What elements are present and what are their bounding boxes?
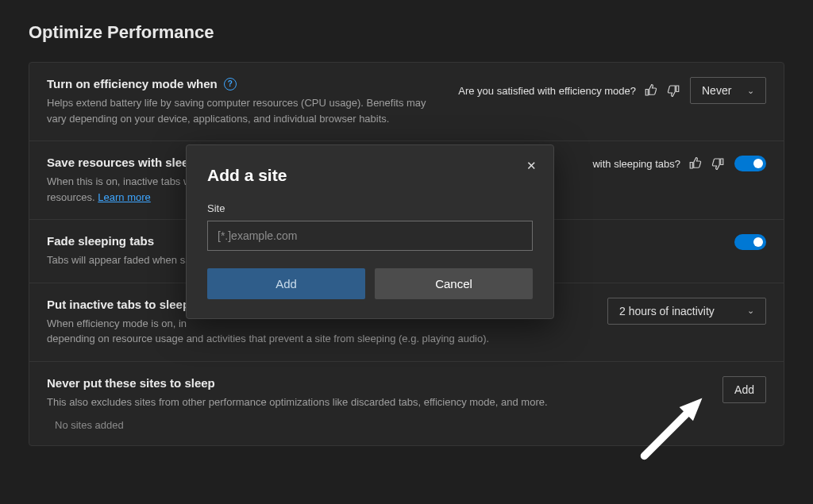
- add-site-button[interactable]: Add: [722, 376, 766, 403]
- sleeping-feedback-tail: with sleeping tabs?: [592, 158, 680, 170]
- row-efficiency-mode: Turn on efficiency mode when ? Helps ext…: [29, 63, 784, 141]
- fade-title: Fade sleeping tabs: [47, 234, 154, 248]
- add-site-dialog: ✕ Add a site Site Add Cancel: [186, 144, 554, 319]
- chevron-down-icon: ⌄: [747, 86, 754, 96]
- efficiency-feedback-q: Are you satisfied with efficiency mode?: [458, 85, 636, 97]
- learn-more-link[interactable]: Learn more: [98, 191, 150, 203]
- site-input[interactable]: [207, 221, 533, 251]
- efficiency-title: Turn on efficiency mode when: [47, 77, 218, 90]
- never-desc: This also excludes sites from other perf…: [47, 394, 698, 410]
- efficiency-select[interactable]: Never ⌄: [690, 77, 766, 104]
- thumbs-up-icon[interactable]: [688, 156, 703, 171]
- sleeping-title: Save resources with sleep: [47, 156, 196, 169]
- inactive-select[interactable]: 2 hours of inactivity ⌄: [607, 298, 766, 325]
- inactive-select-value: 2 hours of inactivity: [619, 305, 715, 317]
- dialog-add-button[interactable]: Add: [207, 268, 365, 299]
- thumbs-down-icon[interactable]: [711, 156, 725, 171]
- row-never-sleep: Never put these sites to sleep This also…: [29, 362, 784, 446]
- chevron-down-icon: ⌄: [747, 306, 754, 316]
- efficiency-select-value: Never: [702, 84, 731, 97]
- never-sites-empty: No sites added: [47, 410, 707, 431]
- inactive-title: Put inactive tabs to sleep: [47, 298, 190, 311]
- efficiency-feedback: Are you satisfied with efficiency mode?: [458, 83, 680, 98]
- thumbs-up-icon[interactable]: [644, 83, 658, 98]
- never-title: Never put these sites to sleep: [47, 376, 215, 390]
- page-title: Optimize Performance: [29, 22, 784, 43]
- dialog-cancel-button[interactable]: Cancel: [375, 268, 533, 299]
- inactive-desc: When efficiency mode is on, in depending…: [47, 316, 591, 347]
- close-icon[interactable]: ✕: [522, 156, 541, 175]
- thumbs-down-icon[interactable]: [666, 83, 680, 98]
- dialog-site-label: Site: [207, 202, 533, 214]
- sleeping-toggle[interactable]: [734, 156, 766, 171]
- dialog-title: Add a site: [207, 166, 533, 185]
- efficiency-desc: Helps extend battery life by saving comp…: [47, 95, 442, 126]
- help-icon[interactable]: ?: [224, 78, 237, 90]
- sleeping-feedback: with sleeping tabs?: [592, 156, 725, 171]
- fade-toggle[interactable]: [734, 234, 766, 250]
